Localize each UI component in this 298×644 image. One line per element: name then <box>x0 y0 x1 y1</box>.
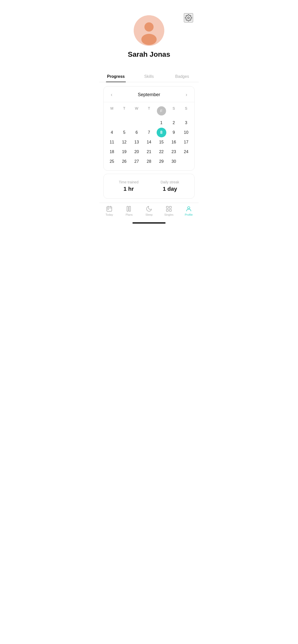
svg-point-12 <box>188 207 190 209</box>
day-1[interactable]: 1 <box>155 118 168 128</box>
day-5[interactable]: 5 <box>118 128 131 137</box>
calendar-days: 1 2 3 4 5 6 7 8 9 10 11 12 13 14 15 16 1… <box>104 118 194 166</box>
day-18[interactable]: 18 <box>106 147 118 157</box>
tab-skills[interactable]: Skills <box>132 71 166 82</box>
page: Sarah Jonas Progress Skills Badges ‹ Sep… <box>99 0 199 224</box>
nav-today[interactable]: Today <box>102 206 117 216</box>
weekday-mon: M <box>106 105 118 117</box>
daily-streak-label: Daily streak <box>160 180 179 184</box>
svg-rect-7 <box>129 206 130 211</box>
plans-icon <box>126 206 132 212</box>
nav-plans-label: Plans <box>126 213 133 216</box>
svg-rect-8 <box>166 206 168 208</box>
day-3[interactable]: 3 <box>180 118 192 128</box>
day-10[interactable]: 10 <box>180 128 192 137</box>
nav-profile-label: Profile <box>185 213 193 216</box>
day-21[interactable]: 21 <box>143 147 155 157</box>
singles-icon <box>166 206 172 212</box>
calendar-card: ‹ September › M T W T F S S <box>103 86 195 171</box>
day-empty-3 <box>130 118 143 128</box>
time-trained-value: 1 hr <box>124 186 134 192</box>
day-29[interactable]: 29 <box>155 157 168 166</box>
day-empty-4 <box>143 118 155 128</box>
day-17[interactable]: 17 <box>180 137 192 147</box>
nav-today-label: Today <box>105 213 113 216</box>
home-indicator <box>132 222 166 224</box>
day-2[interactable]: 2 <box>168 118 180 128</box>
day-14[interactable]: 14 <box>143 137 155 147</box>
day-23[interactable]: 23 <box>168 147 180 157</box>
day-20[interactable]: 20 <box>130 147 143 157</box>
day-22[interactable]: 22 <box>155 147 168 157</box>
day-7[interactable]: 7 <box>143 128 155 137</box>
day-12[interactable]: 12 <box>118 137 131 147</box>
today-icon <box>106 206 113 212</box>
nav-sleep[interactable]: Sleep <box>141 206 157 216</box>
time-trained-label: Time trained <box>119 180 138 184</box>
tab-badges[interactable]: Badges <box>166 71 199 82</box>
day-empty-end <box>180 157 192 166</box>
nav-plans[interactable]: Plans <box>121 206 137 216</box>
day-11[interactable]: 11 <box>106 137 118 147</box>
calendar-header: ‹ September › <box>104 86 194 102</box>
weekday-thu: T <box>143 105 155 117</box>
stat-daily-streak: Daily streak 1 day <box>160 180 179 192</box>
svg-rect-4 <box>107 207 112 211</box>
weekday-tue: T <box>118 105 131 117</box>
calendar-prev-button[interactable]: ‹ <box>109 91 114 98</box>
svg-rect-9 <box>169 206 171 208</box>
nav-singles-label: Singles <box>164 213 173 216</box>
profile-icon <box>185 206 192 212</box>
avatar-image <box>134 15 164 46</box>
day-empty-2 <box>118 118 131 128</box>
calendar-month: September <box>138 92 160 97</box>
header: Sarah Jonas <box>99 0 199 66</box>
day-19[interactable]: 19 <box>118 147 131 157</box>
weekday-wed: W <box>130 105 143 117</box>
daily-streak-value: 1 day <box>163 186 177 192</box>
tab-progress[interactable]: Progress <box>99 71 132 82</box>
settings-button[interactable] <box>184 13 193 22</box>
svg-rect-5 <box>108 209 109 210</box>
stat-time-trained: Time trained 1 hr <box>119 180 138 192</box>
svg-point-2 <box>144 22 154 32</box>
nav-sleep-label: Sleep <box>145 213 153 216</box>
nav-singles[interactable]: Singles <box>161 206 177 216</box>
day-9[interactable]: 9 <box>168 128 180 137</box>
svg-rect-6 <box>127 206 128 211</box>
day-4[interactable]: 4 <box>106 128 118 137</box>
calendar-next-button[interactable]: › <box>184 91 189 98</box>
day-13[interactable]: 13 <box>130 137 143 147</box>
day-25[interactable]: 25 <box>106 157 118 166</box>
weekday-sat: S <box>168 105 180 117</box>
day-empty-1 <box>106 118 118 128</box>
day-30[interactable]: 30 <box>168 157 180 166</box>
user-name: Sarah Jonas <box>128 50 170 58</box>
weekday-fri-today: F <box>155 105 168 117</box>
gear-icon <box>185 14 192 21</box>
day-28[interactable]: 28 <box>143 157 155 166</box>
avatar <box>134 15 164 46</box>
day-27[interactable]: 27 <box>130 157 143 166</box>
day-15[interactable]: 15 <box>155 137 168 147</box>
stats-card: Time trained 1 hr Daily streak 1 day <box>103 174 195 199</box>
weekday-sun: S <box>180 105 192 117</box>
svg-point-3 <box>141 34 157 45</box>
day-8-today[interactable]: 8 <box>157 128 166 137</box>
day-24[interactable]: 24 <box>180 147 192 157</box>
main-content: ‹ September › M T W T F S S <box>99 82 199 203</box>
tabs-container: Progress Skills Badges <box>99 71 199 82</box>
day-26[interactable]: 26 <box>118 157 131 166</box>
nav-profile[interactable]: Profile <box>181 206 196 216</box>
svg-rect-10 <box>166 209 168 211</box>
svg-point-0 <box>188 17 189 19</box>
sleep-icon <box>146 206 152 212</box>
bottom-nav: Today Plans Sleep <box>99 203 199 221</box>
day-6[interactable]: 6 <box>130 128 143 137</box>
calendar-weekdays: M T W T F S S <box>104 102 194 118</box>
day-16[interactable]: 16 <box>168 137 180 147</box>
svg-rect-11 <box>169 209 171 211</box>
